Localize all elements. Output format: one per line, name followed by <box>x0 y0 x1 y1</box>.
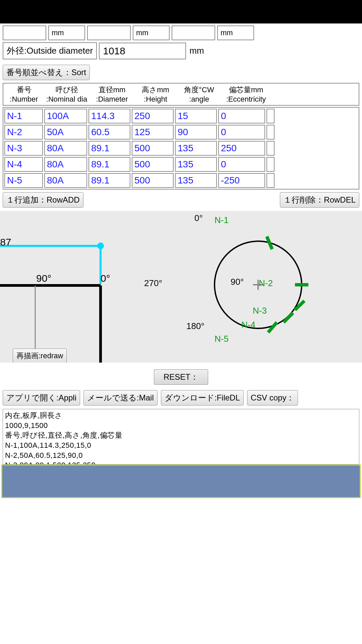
data-table: N-1 100A 114.3 250 15 0 N-2 50A 60.5 125… <box>3 107 359 190</box>
diagram-value: .87 <box>0 236 11 248</box>
row-add-button[interactable]: １行追加：RowADD <box>3 192 83 208</box>
csv-textarea[interactable]: 内在,板厚,胴長さ 1000,9,1500 番号,呼び径,直径,高さ,角度,偏芯… <box>3 409 359 465</box>
download-button[interactable]: ダウンロード:FileDL <box>161 390 244 406</box>
ad-banner[interactable] <box>1 465 361 498</box>
table-header: 番号:Number 呼び径:Nominal dia 直径mm:Diameter … <box>3 83 359 106</box>
reset-button[interactable]: RESET： <box>154 369 208 385</box>
svg-line-12 <box>284 313 293 322</box>
csv-copy-button[interactable]: CSV copy： <box>247 390 298 406</box>
table-row: N-2 50A 60.5 125 90 0 <box>4 125 358 140</box>
open-app-button[interactable]: アプリで開く:Appli <box>3 390 80 406</box>
angle-90-label: 90° <box>36 273 51 284</box>
outside-diameter-label: 外径:Outside diameter <box>3 42 97 59</box>
table-row: N-3 80A 89.1 500 135 250 <box>4 141 358 156</box>
nozzle-n2-label: N-2 <box>259 278 273 288</box>
nozzle-n4-label: N-4 <box>241 320 255 330</box>
development-diagram <box>0 211 121 363</box>
diagram-canvas: .87 90° 0° 再描画:redraw 0° 270° 90° 180° N… <box>0 211 362 363</box>
outside-diameter-input[interactable]: 1018 <box>99 43 186 59</box>
nozzle-n5-label: N-5 <box>215 334 229 344</box>
status-bar <box>0 0 362 23</box>
outside-diameter-unit: mm <box>188 46 204 56</box>
nozzle-n3-label: N-3 <box>253 306 267 316</box>
table-row: N-5 80A 89.1 500 135 -250 <box>4 173 358 188</box>
angle-180: 180° <box>186 321 204 331</box>
redraw-button[interactable]: 再描画:redraw <box>13 348 67 363</box>
send-mail-button[interactable]: メールで送る:Mail <box>83 390 158 406</box>
angle-0-label: 0° <box>101 273 110 284</box>
partial-top-row: mm mm mm <box>3 25 359 40</box>
angle-0: 0° <box>194 213 203 223</box>
svg-point-5 <box>97 243 104 249</box>
table-row: N-1 100A 114.3 250 15 0 <box>4 109 358 123</box>
angle-90: 90° <box>231 277 244 287</box>
table-row: N-4 80A 89.1 500 135 0 <box>4 157 358 172</box>
row-del-button[interactable]: １行削除：RowDEL <box>280 192 359 208</box>
sort-button[interactable]: 番号順並べ替え：Sort <box>3 65 90 80</box>
nozzle-n1-label: N-1 <box>215 215 229 225</box>
angle-270: 270° <box>144 278 162 288</box>
